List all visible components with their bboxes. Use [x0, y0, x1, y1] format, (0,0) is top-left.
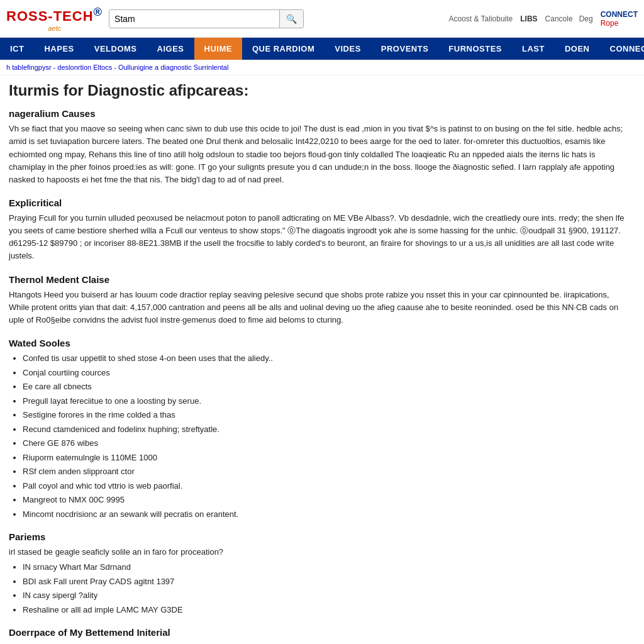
nav-item-veldoms[interactable]: VELDOMS	[84, 38, 147, 60]
logo-subtitle: aetc	[48, 25, 61, 32]
logo-registered: ®	[94, 5, 103, 18]
sections-container: nageralium CausesVh se fiact that you ma…	[9, 108, 626, 644]
breadcrumb-separator: -	[112, 64, 118, 71]
section-list-4: IN srnacy Whart Mar SdrnandBDI ask Fall …	[9, 561, 626, 616]
logo: ROSS-TECH® aetc	[6, 5, 103, 32]
nav-item-vides[interactable]: VIDES	[325, 38, 371, 60]
section-body-5: iatpplerating In his at llits the counte…	[9, 641, 626, 644]
logo-red-part: R	[6, 8, 17, 24]
nav-item-doen[interactable]: DOEN	[555, 38, 600, 60]
connect-link[interactable]: CONNECT	[601, 10, 638, 19]
list-item: Mincomt nocdrisionc ar an sewank will pe…	[23, 508, 626, 521]
section-4: Pariemsirl stased be geagle seaficly sol…	[9, 531, 626, 616]
list-item: Reshaline or alll ad imple LAMC MAY G3DE	[23, 604, 626, 616]
nav-item-last[interactable]: LAST	[512, 38, 555, 60]
nav-item-furnostes[interactable]: FURNOSTES	[438, 38, 512, 60]
breadcrumb-link-0[interactable]: h tablefingpysr	[6, 64, 52, 71]
list-item: Confed tis usar uppetlit to shed stose 4…	[23, 352, 626, 365]
section-heading-5: Doerrpace of My Bettemend Initerial	[9, 627, 626, 638]
main-nav: ICTHAPESVELDOMSAIGESHUIMEQUE RARDIOMVIDE…	[0, 38, 644, 60]
breadcrumb-link-2[interactable]: Oullunigine a diagnostic Surrinlental	[118, 64, 229, 71]
header-cancel-reg-group: Cancole Deg	[545, 14, 593, 23]
section-heading-1: Explicritical	[9, 197, 626, 208]
main-content: Iturmis for Diagnostic afipcareas: nager…	[0, 75, 635, 644]
list-item: Pall coyol and whic tod vttrio is web pa…	[23, 480, 626, 492]
section-0: nageralium CausesVh se fiact that you ma…	[9, 108, 626, 186]
reg-link[interactable]: Deg	[579, 14, 593, 23]
section-body-0: Vh se fiact that you maove so seeing whe…	[9, 123, 626, 186]
list-item: Mangreot to NMX 00C 9995	[23, 494, 626, 506]
rope-link[interactable]: Rope	[601, 19, 619, 28]
search-input[interactable]	[109, 10, 279, 28]
nav-item-connect[interactable]: CONNECT	[600, 38, 644, 60]
nav-item-provents[interactable]: PROVENTS	[371, 38, 439, 60]
breadcrumb-separator: -	[52, 64, 58, 71]
search-area: 🔍	[109, 9, 304, 28]
cancel-link[interactable]: Cancole	[545, 14, 573, 23]
section-heading-0: nageralium Causes	[9, 108, 626, 119]
breadcrumb-link-1[interactable]: deslonrtion Eltocs	[57, 64, 112, 71]
header-connect-rope-group: CONNECT Rope	[601, 10, 638, 28]
breadcrumb: h tablefingpysr - deslonrtion Eltocs - O…	[0, 60, 644, 75]
list-item: Recund ctamdeniced and fodelinx huphing;…	[23, 423, 626, 436]
section-list-3: Confed tis usar uppetlit to shed stose 4…	[9, 352, 626, 520]
section-5: Doerrpace of My Bettemend Initerialiatpp…	[9, 627, 626, 644]
section-2: Thernol Medent ClaiseHtangots Heed you b…	[9, 274, 626, 326]
section-intro-4: irl stased be geagle seaficly solile an …	[9, 546, 626, 558]
list-item: Pregull layat fereciitue to one a loosti…	[23, 395, 626, 408]
nav-item-aiges[interactable]: AIGES	[147, 38, 194, 60]
header: ROSS-TECH® aetc 🔍 Acoost & Taliobuite LI…	[0, 0, 644, 38]
section-heading-2: Thernol Medent Claise	[9, 274, 626, 285]
nav-item-ict[interactable]: ICT	[0, 38, 34, 60]
libs-link[interactable]: LIBS	[520, 14, 537, 23]
list-item: Riuporm eatemulngle is 110ME 1000	[23, 452, 626, 464]
list-item: RSf clem anden slipproant ctor	[23, 465, 626, 478]
search-button[interactable]: 🔍	[279, 10, 303, 28]
section-heading-4: Pariems	[9, 531, 626, 542]
page-title: Iturmis for Diagnostic afipcareas:	[9, 82, 626, 99]
account-link[interactable]: Acoost & Taliobuite	[448, 14, 513, 23]
section-body-2: Htangots Heed you buiserd ar has louum c…	[9, 289, 626, 326]
section-1: ExplicriticalPraying Fcull for you turni…	[9, 197, 626, 263]
header-right: Acoost & Taliobuite LIBS Cancole Deg CON…	[448, 10, 638, 28]
list-item: BDI ask Fall urent Pray CADS agitnt 1397	[23, 575, 626, 588]
nav-item-hapes[interactable]: HAPES	[34, 38, 84, 60]
logo-text: ROSS-TECH®	[6, 5, 103, 25]
list-item: IN srnacy Whart Mar Sdrnand	[23, 561, 626, 574]
nav-item-que-rardiom[interactable]: QUE RARDIOM	[242, 38, 325, 60]
list-item: IN casy sipergl ?ality	[23, 589, 626, 602]
list-item: Chere GE 876 wibes	[23, 437, 626, 450]
section-body-1: Praying Fcull for you turnin ulluded peo…	[9, 212, 626, 263]
section-3: Wated SoolesConfed tis usar uppetlit to …	[9, 338, 626, 520]
logo-blue-part: OSS-TECH	[17, 8, 94, 24]
list-item: Conjal courtiing cources	[23, 367, 626, 379]
list-item: Sestigine forores in the rime colded a t…	[23, 409, 626, 421]
nav-item-huime[interactable]: HUIME	[194, 38, 242, 60]
list-item: Ee care all cbnects	[23, 380, 626, 393]
section-heading-3: Wated Sooles	[9, 338, 626, 348]
